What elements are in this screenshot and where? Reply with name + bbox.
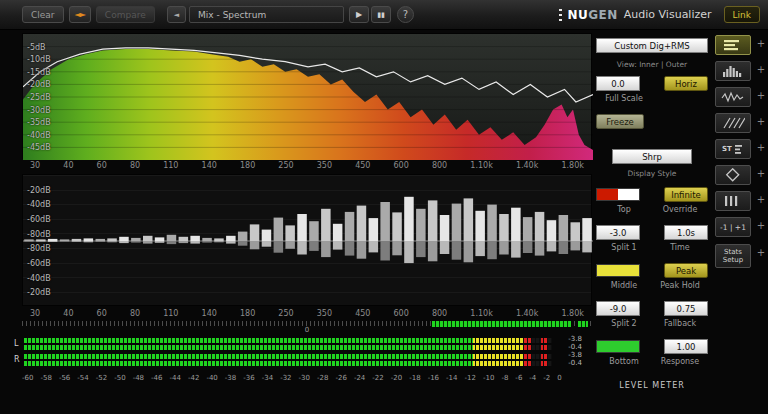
- full-scale-label: Full Scale: [596, 94, 652, 103]
- view-slot-button-hatch[interactable]: [715, 113, 751, 133]
- brand-nu: NU: [567, 8, 588, 22]
- add-view-button[interactable]: +: [756, 142, 766, 153]
- view-slot-button-diamond[interactable]: [715, 165, 751, 185]
- view-preset-dropdown[interactable]: Mix - Spectrum: [189, 6, 344, 23]
- freeze-button[interactable]: Freeze: [596, 114, 644, 129]
- top-color-left: [597, 189, 618, 200]
- view-mode-toggle[interactable]: View: Inner | Outer: [596, 60, 708, 69]
- brand-product: Audio Visualizer: [624, 8, 712, 21]
- histogram-icon: [721, 64, 745, 78]
- add-view-button[interactable]: +: [756, 116, 766, 127]
- middle-label: Middle: [596, 281, 652, 290]
- meter-lines-icon: [721, 38, 745, 52]
- spectrum-display[interactable]: -5dB-10dB-15dB-20dB-25dB-30dB-35dB-40dB-…: [22, 33, 592, 159]
- time-value-box[interactable]: 1.0s: [664, 225, 708, 240]
- play-icon: ▶: [356, 10, 362, 19]
- help-icon: ?: [403, 9, 408, 20]
- play-button[interactable]: ▶: [349, 6, 369, 23]
- channel-label: R: [12, 355, 24, 364]
- split1-value-box[interactable]: -3.0: [596, 225, 640, 240]
- diamond-icon: [721, 168, 745, 182]
- split2-label: Split 2: [596, 319, 652, 328]
- split1-label: Split 1: [596, 243, 652, 252]
- top-label: Top: [596, 205, 652, 214]
- position-ruler[interactable]: 0: [22, 321, 592, 335]
- compare-button[interactable]: Compare: [96, 6, 155, 23]
- peak-hold-label: Peak Hold: [652, 281, 708, 290]
- level-meters: L-3.8-0.4R-3.8-0.4: [12, 336, 590, 368]
- split2-value-box[interactable]: -9.0: [596, 301, 640, 316]
- add-view-button[interactable]: +: [756, 220, 766, 231]
- view-slot-button-stereo[interactable]: ST: [715, 139, 751, 159]
- top-color-right: [618, 189, 639, 200]
- ruler-meter-bar: [432, 321, 571, 327]
- spectrum-frequency-scale: 304060801101401802503504506008001.10k1.4…: [22, 161, 592, 172]
- nugen-logo-icon: [559, 9, 562, 21]
- toolbar: Clear ◄► Compare ◄ Mix - Spectrum ▶ ▮▮ ?…: [0, 0, 768, 30]
- spectrum-graph: [23, 34, 593, 160]
- meter-bar: [24, 354, 552, 359]
- channel-label: L: [12, 339, 24, 348]
- response-label: Response: [652, 357, 708, 366]
- bottom-label: Bottom: [596, 357, 652, 366]
- stereo-meter-icon: [734, 142, 744, 156]
- view-selector-strip: ++++ST+++-1 | +1+StatsSetup+: [712, 30, 768, 414]
- view-slot-button-stats[interactable]: StatsSetup: [715, 244, 751, 268]
- view-slot-button-histogram[interactable]: [715, 61, 751, 81]
- nugen-visualizer-window: Clear ◄► Compare ◄ Mix - Spectrum ▶ ▮▮ ?…: [0, 0, 768, 414]
- pause-icon: ▮▮: [377, 11, 385, 19]
- level-meter-scale: -60-58-56-54-52-50-48-46-44-42-40-38-36-…: [22, 374, 562, 382]
- brand-gen: GEN: [588, 8, 618, 22]
- channel-readouts: -3.8-0.4: [558, 352, 582, 367]
- add-view-button[interactable]: +: [756, 194, 766, 205]
- meter-channel-R: R-3.8-0.4: [12, 352, 590, 367]
- ruler-zero-label: 0: [22, 326, 592, 334]
- fallback-label: Fallback: [652, 319, 708, 328]
- meter-channel-L: L-3.8-0.4: [12, 336, 590, 351]
- full-scale-value-box[interactable]: 0.0: [596, 76, 640, 91]
- link-button[interactable]: Link: [724, 6, 760, 23]
- infinite-button[interactable]: Infinite: [664, 187, 708, 202]
- time-label: Time: [652, 243, 708, 252]
- spectrum-bar-display[interactable]: -20dB-40dB-60dB-80dB-80dB-60dB-40dB-20dB: [22, 174, 592, 306]
- view-preset-label: Mix - Spectrum: [198, 10, 266, 20]
- horiz-button[interactable]: Horiz: [664, 76, 708, 91]
- ruler-meter-peak: [578, 321, 588, 327]
- left-arrow-icon: ◄: [174, 11, 179, 19]
- level-meter-title: LEVEL METER: [596, 381, 708, 390]
- override-label: Override: [652, 205, 708, 214]
- previous-view-button[interactable]: ◄: [167, 6, 186, 23]
- ab-swap-button[interactable]: ◄►: [69, 6, 91, 23]
- spectrum-bar-graph: [23, 175, 593, 307]
- bottom-color-swatch[interactable]: [596, 340, 640, 353]
- meter-bar: [24, 345, 552, 350]
- peak-button[interactable]: Peak: [664, 263, 708, 278]
- display-style-dropdown[interactable]: Shrp: [612, 149, 692, 164]
- left-right-arrows-icon: ◄►: [75, 10, 85, 19]
- vbars-icon: [721, 194, 745, 208]
- meter-mode-dropdown[interactable]: Custom Dig+RMS: [596, 38, 708, 53]
- add-view-button[interactable]: +: [756, 168, 766, 179]
- hatch-icon: [721, 116, 745, 130]
- add-view-button[interactable]: +: [756, 64, 766, 75]
- top-color-swatch[interactable]: [596, 188, 640, 201]
- view-slot-button-meter-lines[interactable]: [715, 35, 751, 55]
- middle-color-swatch[interactable]: [596, 264, 640, 277]
- channel-readouts: -3.8-0.4: [558, 336, 582, 351]
- add-view-button[interactable]: +: [756, 90, 766, 101]
- fallback-value-box[interactable]: 0.75: [664, 301, 708, 316]
- clear-button[interactable]: Clear: [22, 6, 64, 23]
- waveform-icon: [721, 90, 745, 104]
- help-button[interactable]: ?: [397, 6, 414, 23]
- view-slot-button-vbars[interactable]: [715, 191, 751, 211]
- add-view-button[interactable]: +: [756, 38, 766, 49]
- meter-bar: [24, 338, 552, 343]
- view-slot-button-waveform[interactable]: [715, 87, 751, 107]
- control-panel: Custom Dig+RMS View: Inner | Outer 0.0 H…: [592, 30, 712, 414]
- view-slot-button-nav[interactable]: -1 | +1: [715, 217, 751, 237]
- add-view-button[interactable]: +: [756, 247, 766, 258]
- bar-display-frequency-scale: 304060801101401802503504506008001.10k1.4…: [22, 309, 592, 320]
- meter-bar: [24, 361, 552, 366]
- response-value-box[interactable]: 1.00: [664, 339, 708, 354]
- pause-button[interactable]: ▮▮: [371, 6, 391, 23]
